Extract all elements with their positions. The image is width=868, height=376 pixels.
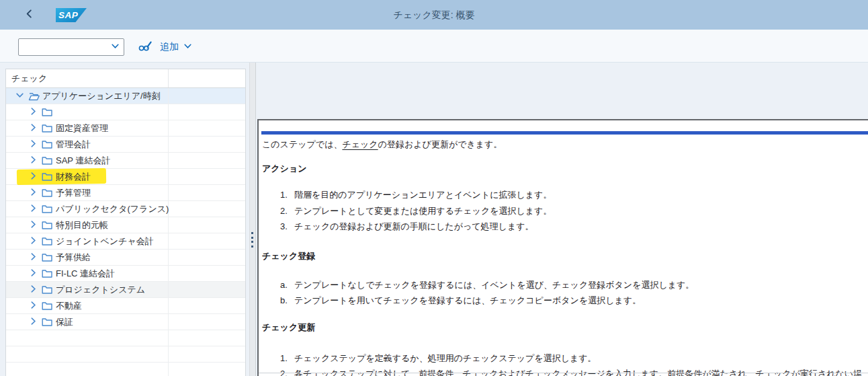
document-bottom-edge	[259, 373, 868, 373]
list-item-text: テンプレートとして変更または使用するチェックを選択します。	[294, 203, 552, 219]
tree-row-second-cell	[169, 250, 245, 265]
combobox-dropdown-button[interactable]	[106, 39, 124, 55]
tree-row-second-cell	[169, 169, 245, 184]
expand-node-button[interactable]	[28, 188, 38, 198]
tree-row-real-estate[interactable]: 不動産	[6, 298, 245, 314]
application-window: SAP チェック変更: 概要	[0, 0, 868, 376]
folder-open-icon	[28, 91, 40, 101]
expand-node-button[interactable]	[28, 155, 38, 166]
chevron-right-icon	[29, 107, 38, 118]
folder-icon	[41, 317, 53, 327]
chevron-right-icon	[29, 285, 38, 295]
folder-icon	[41, 236, 53, 246]
list-item-marker: 1.	[280, 350, 290, 367]
tree-node-label: 予算管理	[56, 187, 91, 199]
expand-node-button[interactable]	[28, 172, 38, 182]
chevron-right-icon	[29, 268, 38, 279]
panel-splitter[interactable]	[249, 63, 256, 376]
tree-row-second-cell	[169, 201, 245, 217]
tree-node-label: 財務会計	[56, 171, 91, 183]
folder-icon	[41, 123, 53, 133]
tree-row-financial-accounting[interactable]: 財務会計	[6, 169, 245, 185]
command-input[interactable]	[19, 39, 106, 55]
tree-row-second-cell	[169, 314, 245, 330]
chevron-right-icon	[29, 252, 38, 263]
tree-header-second-column	[169, 69, 245, 87]
tree-row-second-cell	[169, 104, 245, 120]
check-link[interactable]: チェック	[342, 139, 378, 149]
command-combobox[interactable]	[18, 38, 124, 56]
tree-row-controlling[interactable]: 管理会計	[6, 137, 245, 153]
folder-icon	[41, 252, 53, 262]
tree-row-joint-venture[interactable]: ジョイントベンチャ会計	[6, 233, 245, 250]
tree-row-budget-management[interactable]: 予算管理	[6, 185, 245, 201]
expand-node-button[interactable]	[28, 107, 38, 118]
tree-row-second-cell	[169, 88, 245, 104]
tree-node-label: FI-LC 連結会計	[56, 268, 115, 280]
tree-row-project-system[interactable]: プロジェクトシステム	[6, 282, 245, 298]
expand-node-button[interactable]	[28, 252, 38, 263]
tree-row-special-purpose-ledger[interactable]: 特別目的元帳	[6, 217, 245, 233]
tree-row-sap-consolidation[interactable]: SAP 連結会計	[6, 153, 245, 169]
document-blue-rule	[261, 131, 868, 135]
documentation-panel: このステップでは、チェックの登録および更新ができます。 アクション 1. 階層を…	[257, 119, 868, 376]
tree-row-guarantee[interactable]: 保証	[6, 314, 245, 330]
folder-icon	[41, 204, 53, 214]
display-edit-toggle-button[interactable]	[135, 38, 155, 56]
tree-row-funds-management[interactable]: 予算供給	[6, 250, 245, 266]
tree-row-second-cell	[169, 153, 245, 168]
chevron-right-icon	[29, 155, 38, 166]
add-button[interactable]: 追加	[160, 38, 192, 56]
list-item: 1. 階層を目的のアプリケーションエリアとイベントに拡張します。	[262, 187, 864, 203]
tree-node-label: ジョイントベンチャ会計	[56, 235, 154, 248]
tree-row-second-cell	[169, 120, 245, 136]
tree-node-label: 予算供給	[56, 252, 91, 264]
tree-row-fixed-assets[interactable]: 固定資産管理	[6, 120, 245, 137]
list-item-marker: 3.	[280, 219, 290, 235]
folder-icon	[41, 155, 53, 165]
tree-row-application-area[interactable]: アプリケーションエリア/時刻	[6, 88, 245, 104]
list-item-marker: a.	[280, 277, 290, 293]
expand-node-button[interactable]	[28, 317, 38, 328]
expand-node-button[interactable]	[28, 139, 38, 150]
expand-node-button[interactable]	[28, 301, 38, 311]
expand-node-button[interactable]	[28, 220, 38, 231]
folder-icon	[41, 107, 53, 117]
document-content: このステップでは、チェックの登録および更新ができます。 アクション 1. 階層を…	[259, 139, 868, 376]
collapse-node-button[interactable]	[14, 91, 25, 102]
list-item-marker: 1.	[280, 187, 290, 203]
folder-icon	[41, 172, 53, 182]
chevron-right-icon	[29, 204, 38, 215]
add-button-label: 追加	[160, 41, 179, 53]
folder-icon	[41, 268, 53, 278]
tree-node-label: アプリケーションエリア/時刻	[42, 90, 161, 102]
expand-node-button[interactable]	[28, 236, 38, 247]
expand-node-button[interactable]	[28, 285, 38, 295]
chevron-right-icon	[29, 317, 38, 328]
expand-node-button[interactable]	[28, 123, 38, 134]
chevron-down-icon	[15, 91, 24, 102]
tree-row-public-sector-france[interactable]: パブリックセクタ(フランス)	[6, 201, 245, 217]
splitter-grip-icon	[251, 232, 253, 248]
tree-row-second-cell	[169, 233, 245, 249]
list-item: a. テンプレートなしでチェックを登録するには、イベントを選び、チェック登録ボタ…	[262, 277, 864, 293]
list-item: 1. チェックステップを定義するか、処理用のチェックステップを選択します。	[262, 350, 864, 367]
actions-list: 1. 階層を目的のアプリケーションエリアとイベントに拡張します。 2. テンプレ…	[262, 187, 864, 235]
create-check-list: a. テンプレートなしでチェックを登録するには、イベントを選び、チェック登録ボタ…	[262, 277, 864, 309]
tree-row-filc-consolidation[interactable]: FI-LC 連結会計	[6, 266, 245, 282]
expand-node-button[interactable]	[28, 268, 38, 279]
folder-icon	[41, 220, 53, 230]
tree-node-label: 保証	[56, 316, 73, 328]
tree-row-unnamed[interactable]	[6, 104, 245, 120]
expand-node-button[interactable]	[28, 204, 38, 215]
folder-icon	[41, 139, 53, 149]
list-item-marker: b.	[280, 293, 290, 309]
list-item-text: 各チェックステップに対して、前提条件、チェックおよびチェックメッセージを入力しま…	[294, 366, 864, 376]
tree-row-second-cell	[169, 266, 245, 281]
list-item-marker: 2.	[280, 203, 290, 219]
chevron-right-icon	[29, 236, 38, 247]
tree-node-label: パブリックセクタ(フランス)	[56, 203, 169, 215]
tree-node-label: 不動産	[56, 300, 82, 312]
tree-node-label: 管理会計	[56, 139, 91, 151]
list-item-text: テンプレートなしでチェックを登録するには、イベントを選び、チェック登録ボタンを選…	[294, 277, 694, 293]
